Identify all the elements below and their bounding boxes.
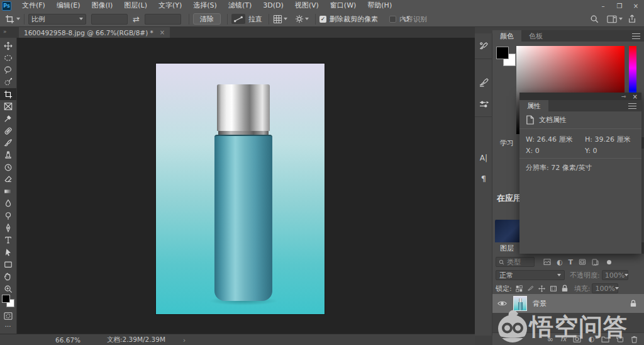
status-chevron-icon[interactable]: › [183, 336, 186, 344]
filter-adjustment-layers-icon[interactable]: ◐ [557, 258, 563, 266]
layer-name[interactable]: 背景 [533, 299, 547, 308]
restore-button[interactable]: ❐ [611, 0, 628, 11]
close-button[interactable]: × [628, 0, 644, 11]
toolbar-overflow-icon[interactable]: » [3, 28, 7, 35]
straighten-icon[interactable] [231, 14, 245, 24]
tab-learn[interactable]: 学习 [492, 137, 521, 149]
lock-transparent-icon[interactable] [516, 285, 523, 292]
lock-artboard-icon[interactable] [550, 285, 557, 292]
path-select-icon [4, 248, 13, 257]
clear-button[interactable]: 清除 [193, 13, 221, 25]
crop-settings-gear-icon[interactable] [295, 14, 309, 23]
workspace-switcher-icon[interactable] [607, 15, 623, 23]
foreground-color-swatch-panel[interactable] [496, 47, 509, 59]
collapse-panel-icon[interactable]: ⊸ [621, 93, 626, 99]
swap-dimensions-icon[interactable]: ⇄ [133, 14, 140, 24]
menu-item-6[interactable]: 滤镜(T) [223, 0, 257, 11]
color-panel-swatches[interactable] [496, 47, 518, 68]
eyedropper-tool[interactable] [0, 113, 16, 125]
doc-y-value: Y: 0 [585, 147, 597, 155]
dodge-tool[interactable] [0, 210, 16, 222]
filter-smart-objects-icon[interactable] [592, 259, 599, 266]
tab-properties[interactable]: 属性 [519, 100, 548, 111]
reset-crop-icon[interactable]: ↺ [402, 14, 410, 24]
blur-tool[interactable] [0, 198, 16, 210]
document-tab[interactable]: 1600492958-8.jpg @ 66.7%(RGB/8#) * × [19, 27, 170, 38]
eraser-tool[interactable] [0, 173, 16, 185]
search-icon[interactable] [590, 14, 599, 23]
path-select-tool[interactable] [0, 246, 16, 258]
healing-tool[interactable] [0, 125, 16, 137]
history-brush-tool[interactable] [0, 161, 16, 173]
document-tab-title: 1600492958-8.jpg @ 66.7%(RGB/8#) * [24, 29, 153, 37]
properties-panel-grip[interactable]: ⊸ × [519, 93, 641, 100]
blend-mode-select[interactable]: 正常 [496, 270, 565, 280]
menu-item-0[interactable]: 文件(F) [16, 0, 51, 11]
crop-width-input[interactable] [91, 14, 128, 25]
gradient-tool[interactable] [0, 186, 16, 198]
layer-filter-type-select[interactable]: 类型 [496, 257, 535, 267]
menu-item-5[interactable]: 选择(S) [187, 0, 223, 11]
lock-all-icon[interactable] [562, 285, 568, 292]
fill-input[interactable]: 100% [592, 283, 618, 293]
brushes-panel-icon[interactable] [475, 75, 492, 90]
rectangle-tool[interactable] [0, 258, 16, 270]
minimize-button[interactable]: – [595, 0, 611, 11]
zoom-tool[interactable] [0, 283, 16, 295]
lock-position-icon[interactable] [538, 285, 545, 292]
crop-tool-icon[interactable] [5, 14, 20, 24]
marquee-tool[interactable] [0, 52, 16, 64]
delete-cropped-pixels-checkbox[interactable]: ✓ 删除裁剪的像素 [319, 14, 378, 24]
pen-tool[interactable] [0, 222, 16, 234]
frame-tool[interactable] [0, 101, 16, 113]
menu-item-3[interactable]: 图层(L) [118, 0, 153, 11]
character-panel-icon[interactable]: A| [475, 150, 492, 166]
type-tool[interactable] [0, 234, 16, 246]
menu-item-7[interactable]: 3D(D) [257, 0, 289, 11]
filter-type-layers-icon[interactable]: T [569, 258, 574, 266]
lock-paint-icon[interactable] [527, 285, 534, 292]
zoom-level-field[interactable]: 66.67% [55, 336, 80, 344]
paragraph-panel-icon[interactable]: ¶ [475, 171, 492, 186]
doc-height-value: H: 39.26 厘米 [585, 135, 630, 144]
menu-item-2[interactable]: 图像(I) [86, 0, 118, 11]
clone-stamp-tool[interactable] [0, 149, 16, 161]
brush-settings-panel-icon[interactable] [475, 38, 492, 54]
doc-x-value: X: 0 [526, 147, 540, 155]
share-icon[interactable] [628, 14, 636, 23]
opacity-input[interactable]: 100% [602, 270, 628, 280]
menu-item-9[interactable]: 窗口(W) [325, 0, 362, 11]
quick-mask-icon[interactable] [0, 310, 16, 322]
filter-toggle-icon[interactable] [607, 260, 611, 264]
overlay-options-icon[interactable] [273, 14, 287, 24]
straighten-label[interactable]: 拉直 [248, 14, 262, 24]
crop-height-input[interactable] [145, 14, 181, 25]
menu-item-1[interactable]: 编辑(E) [51, 0, 86, 11]
lasso-tool[interactable] [0, 64, 16, 76]
tab-swatches[interactable]: 色板 [521, 30, 550, 42]
filter-pixel-layers-icon[interactable] [543, 259, 551, 265]
aspect-ratio-select[interactable]: 比例 [28, 14, 86, 25]
move-tool[interactable] [0, 40, 16, 52]
filter-shape-layers-icon[interactable] [579, 259, 586, 265]
canvas-pasteboard[interactable] [17, 38, 475, 334]
gradients-panel-icon[interactable] [475, 96, 492, 111]
menu-item-4[interactable]: 文字(Y) [153, 0, 187, 11]
document-canvas[interactable] [156, 64, 325, 314]
foreground-color-swatch[interactable] [2, 295, 10, 303]
quick-select-tool[interactable] [0, 76, 16, 88]
menu-item-10[interactable]: 帮助(H) [362, 0, 397, 11]
foreground-background-swatches[interactable] [2, 295, 14, 307]
document-tab-close-icon[interactable]: × [160, 29, 165, 36]
hand-tool[interactable] [0, 271, 16, 283]
marquee-icon [4, 54, 13, 62]
layer-visibility-eye-icon[interactable] [497, 300, 507, 307]
color-panel-menu-icon[interactable] [632, 33, 640, 39]
tab-color[interactable]: 颜色 [492, 30, 521, 42]
properties-panel-menu-icon[interactable] [628, 103, 636, 109]
brush-tool[interactable] [0, 137, 16, 149]
menu-item-8[interactable]: 视图(V) [289, 0, 325, 11]
crop-tool[interactable] [0, 88, 16, 100]
close-panel-icon[interactable]: × [633, 93, 638, 100]
tab-layers[interactable]: 图层 [492, 242, 521, 254]
